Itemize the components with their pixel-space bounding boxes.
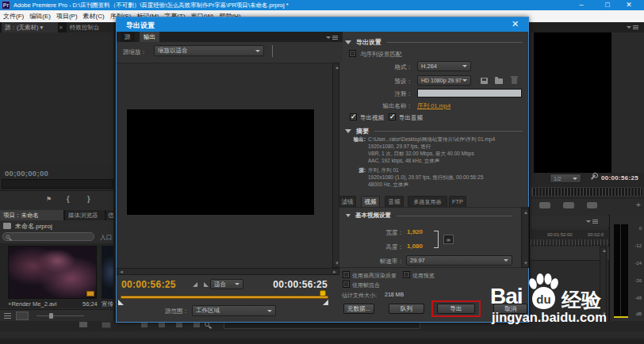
clip-duration: 56;24: [82, 300, 98, 308]
add-button-icon[interactable]: +: [636, 201, 641, 209]
link-dimensions-icon[interactable]: ∞: [443, 235, 454, 244]
clip-thumbnail[interactable]: [8, 246, 97, 299]
comment-input[interactable]: [417, 89, 522, 97]
program-preview-side: [611, 32, 644, 173]
timeline-ruler[interactable]: 00:01:52:00 00:02:0: [531, 230, 609, 246]
clip-name[interactable]: +Render Me_2.avi: [8, 300, 57, 308]
range-handle-right[interactable]: [323, 300, 328, 305]
minimize-button[interactable]: –: [573, 0, 590, 10]
match-sequence-checkbox[interactable]: [349, 50, 356, 57]
settings-scrollbar[interactable]: ▲ ▼: [521, 208, 529, 268]
timeline-minimap[interactable]: [224, 322, 420, 329]
width-value[interactable]: 1,920: [407, 228, 423, 235]
source-range-dropdown[interactable]: 工作区域: [192, 305, 276, 316]
mark-in-icon[interactable]: {: [67, 195, 70, 203]
preset-dropdown[interactable]: HD 1080p 29.97: [417, 75, 471, 86]
tab-close-icon[interactable]: ✕: [59, 25, 63, 31]
project-clips-area: +Render Me_2.avi 56;24 宣传: [0, 243, 113, 308]
menu-clip[interactable]: 素材(C): [83, 12, 105, 21]
fit-dropdown[interactable]: 适合: [210, 279, 243, 289]
export-frame-icon[interactable]: [587, 202, 597, 208]
export-video-checkbox[interactable]: [350, 113, 357, 120]
summary-line: 1920x1080, 29.97 fps, 逐行: [368, 143, 431, 151]
summary-header: 摘要: [345, 127, 523, 136]
tab-video[interactable]: 视频: [361, 196, 380, 207]
export-button[interactable]: 导出: [437, 304, 475, 314]
menu-project[interactable]: 项目(P): [56, 12, 78, 21]
save-preset-icon[interactable]: [481, 78, 488, 84]
settings-wrench-icon[interactable]: [591, 174, 596, 180]
tab-project[interactable]: 项目：未命名: [0, 210, 63, 220]
work-area-bar[interactable]: [121, 296, 328, 299]
range-handle-left[interactable]: [118, 300, 124, 305]
tab-dialog-source[interactable]: 源: [121, 32, 135, 42]
export-settings-header: 导出设置: [345, 38, 523, 47]
timeline-menu-icon[interactable]: [586, 220, 598, 224]
project-file-name[interactable]: 未命名.prproj: [15, 222, 52, 231]
preview-hscrollbar[interactable]: ◄ ►: [117, 268, 339, 275]
tab-source-monitor[interactable]: 源：(无素材) ▾: [2, 22, 58, 32]
tab-media-browser[interactable]: 媒体浏览器: [65, 210, 105, 220]
toolbar-icon-4[interactable]: [159, 323, 165, 327]
preview-panel-menu-icon[interactable]: [326, 36, 338, 40]
file-size-value: 218 MB: [385, 292, 404, 297]
height-value[interactable]: 1,080: [407, 243, 423, 250]
set-in-icon[interactable]: [193, 282, 197, 287]
maximize-button[interactable]: □: [599, 0, 616, 10]
queue-button[interactable]: 队列: [389, 304, 424, 314]
program-scrubbar[interactable]: [531, 187, 643, 197]
source-scrubbar[interactable]: [2, 179, 113, 189]
tab-filters[interactable]: 滤镜: [339, 196, 356, 207]
menu-edit[interactable]: 编辑(E): [29, 12, 51, 21]
tab-dialog-output[interactable]: 输出: [140, 32, 159, 42]
metadata-button[interactable]: 元数据...: [343, 304, 374, 314]
export-audio-checkbox[interactable]: [389, 113, 396, 120]
separator: [272, 45, 273, 57]
toolbar-icon-2[interactable]: [102, 322, 111, 328]
toolbar-icon-6[interactable]: [194, 323, 200, 327]
scaling-dropdown[interactable]: 缩放以适合: [154, 45, 264, 56]
framerate-dropdown[interactable]: 29.97: [406, 255, 512, 266]
link-bracket: [434, 231, 439, 248]
import-preset-icon[interactable]: [495, 78, 503, 84]
dialog-title: 导出设置: [126, 21, 155, 31]
panel-menu-icon[interactable]: [627, 25, 638, 29]
dialog-close-icon[interactable]: ✕: [512, 19, 519, 29]
mark-out-icon[interactable]: }: [87, 195, 90, 203]
add-marker-icon[interactable]: ⚑: [46, 196, 52, 203]
icon-view-icon[interactable]: [16, 312, 29, 320]
playhead-marker[interactable]: [320, 290, 326, 296]
lift-icon[interactable]: [539, 202, 550, 208]
search-input[interactable]: [2, 232, 94, 241]
toolbar-icon-1[interactable]: [79, 322, 87, 327]
zoom-slider[interactable]: [36, 315, 84, 316]
summary-line: 1920x1080 (1.0), 29.97 fps, 逐行扫描, 00:00:…: [368, 174, 483, 182]
toolbar-icon-5[interactable]: [176, 323, 182, 327]
extract-icon[interactable]: [563, 202, 574, 208]
tab-info[interactable]: 信息: [106, 210, 113, 220]
tab-effect-controls[interactable]: 特效控制台: [67, 22, 113, 32]
clip2-name[interactable]: 宣传: [102, 300, 113, 308]
max-quality-checkbox[interactable]: [343, 271, 350, 278]
set-out-icon[interactable]: [204, 282, 209, 287]
close-button[interactable]: ✕: [620, 0, 638, 10]
menu-file[interactable]: 文件(F): [3, 12, 24, 21]
clip2-thumbnail[interactable]: [102, 246, 113, 299]
tab-ftp[interactable]: FTP: [449, 196, 466, 207]
zoom-slider-knob[interactable]: [49, 313, 53, 319]
dialog-titlebar[interactable]: 导出设置 ✕: [117, 17, 528, 32]
zoom-level-dropdown[interactable]: 1/2: [550, 174, 581, 183]
bottom-band-1: [0, 331, 644, 338]
frame-blend-checkbox[interactable]: [343, 281, 350, 288]
use-previews-checkbox[interactable]: [403, 271, 410, 278]
summary-source-label: 源:: [339, 167, 366, 174]
output-name-link[interactable]: 序列 01.mp4: [417, 102, 450, 110]
timeline-track[interactable]: [531, 247, 609, 261]
tab-multiplexer[interactable]: 多路复用器: [408, 196, 447, 207]
format-dropdown[interactable]: H.264: [417, 61, 471, 71]
toolbar-icon-3[interactable]: [141, 323, 148, 327]
delete-preset-icon[interactable]: [512, 78, 517, 84]
basic-video-settings-header: 基本视频设置: [346, 212, 512, 220]
tab-audio[interactable]: 音频: [385, 196, 404, 207]
list-view-icon[interactable]: [4, 313, 11, 319]
